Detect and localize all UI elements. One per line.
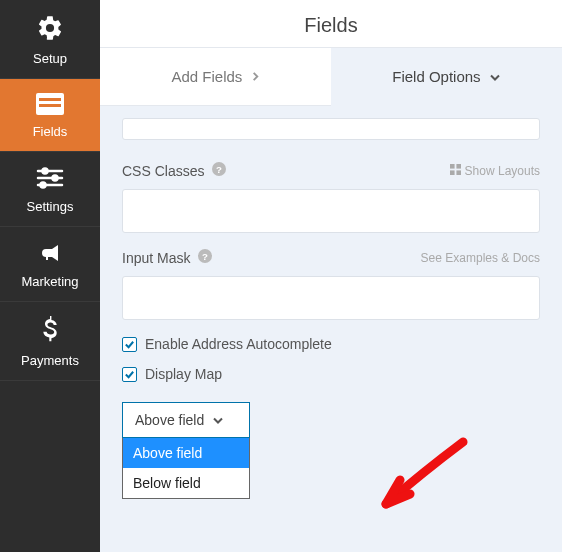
gear-icon [0, 14, 100, 45]
grid-icon [450, 164, 461, 178]
tabs: Add Fields Field Options [100, 48, 562, 106]
check-label: Enable Address Autocomplete [145, 336, 332, 352]
sidebar-item-label: Setup [33, 51, 67, 66]
svg-text:?: ? [217, 164, 223, 175]
css-classes-input[interactable] [122, 189, 540, 233]
tab-add-fields[interactable]: Add Fields [100, 48, 331, 106]
select-button[interactable]: Above field [122, 402, 250, 438]
map-position-select: Above field Above field Below field [122, 402, 250, 438]
dollar-icon [0, 316, 100, 347]
tab-label: Field Options [392, 68, 480, 85]
select-option-below[interactable]: Below field [123, 468, 249, 498]
tab-field-options[interactable]: Field Options [331, 48, 562, 106]
tab-label: Add Fields [171, 68, 242, 85]
sliders-icon [0, 166, 100, 193]
chevron-right-icon [251, 68, 260, 85]
page-title: Fields [100, 0, 562, 48]
svg-point-8 [41, 183, 46, 188]
app-root: Setup Fields Settings Marketing Payments [0, 0, 562, 552]
display-map-row[interactable]: Display Map [122, 366, 540, 382]
arrow-annotation-icon [368, 432, 478, 535]
sidebar-item-settings[interactable]: Settings [0, 152, 100, 227]
sidebar-item-label: Payments [21, 353, 79, 368]
svg-rect-13 [450, 170, 455, 175]
svg-rect-2 [39, 104, 61, 107]
svg-point-4 [43, 169, 48, 174]
input-mask-input[interactable] [122, 276, 540, 320]
checkbox-icon [122, 367, 137, 382]
select-value: Above field [135, 412, 204, 428]
label-text: CSS Classes [122, 163, 204, 179]
chevron-down-icon [489, 68, 501, 85]
checkbox-icon [122, 337, 137, 352]
sidebar-item-marketing[interactable]: Marketing [0, 227, 100, 302]
svg-rect-1 [39, 98, 61, 101]
svg-rect-12 [456, 164, 461, 169]
svg-rect-14 [456, 170, 461, 175]
form-icon [0, 93, 100, 118]
show-layouts-link[interactable]: Show Layouts [450, 164, 540, 178]
css-classes-group: CSS Classes ? Show Layouts [122, 162, 540, 233]
svg-point-6 [53, 176, 58, 181]
sidebar-item-label: Fields [33, 124, 68, 139]
label-text: Input Mask [122, 250, 190, 266]
bullhorn-icon [0, 241, 100, 268]
link-text: See Examples & Docs [421, 251, 540, 265]
prev-field-input[interactable] [122, 118, 540, 140]
main-panel: Fields Add Fields Field Options CSS [100, 0, 562, 552]
sidebar-item-setup[interactable]: Setup [0, 0, 100, 79]
options-panel: CSS Classes ? Show Layouts [100, 106, 562, 438]
sidebar-item-payments[interactable]: Payments [0, 302, 100, 381]
check-label: Display Map [145, 366, 222, 382]
see-examples-link[interactable]: See Examples & Docs [421, 251, 540, 265]
svg-rect-11 [450, 164, 455, 169]
css-classes-label: CSS Classes ? [122, 162, 226, 179]
select-option-above[interactable]: Above field [123, 438, 249, 468]
svg-text:?: ? [203, 251, 209, 262]
select-dropdown: Above field Below field [122, 438, 250, 499]
input-mask-label: Input Mask ? [122, 249, 212, 266]
sidebar-item-label: Marketing [21, 274, 78, 289]
sidebar-item-label: Settings [27, 199, 74, 214]
link-text: Show Layouts [465, 164, 540, 178]
help-icon[interactable]: ? [198, 249, 212, 266]
input-mask-group: Input Mask ? See Examples & Docs [122, 249, 540, 320]
help-icon[interactable]: ? [212, 162, 226, 179]
chevron-down-icon [212, 412, 224, 428]
sidebar-item-fields[interactable]: Fields [0, 79, 100, 152]
sidebar: Setup Fields Settings Marketing Payments [0, 0, 100, 552]
autocomplete-row[interactable]: Enable Address Autocomplete [122, 336, 540, 352]
